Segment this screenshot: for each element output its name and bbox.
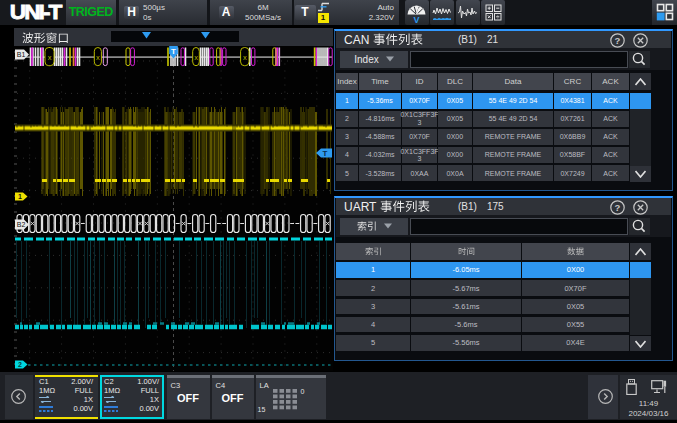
svg-text:T: T (323, 149, 328, 158)
svg-text:T: T (171, 47, 176, 56)
svg-text:1: 1 (18, 193, 22, 200)
svg-text:B1: B1 (17, 51, 26, 58)
svg-text:x: x (243, 53, 247, 62)
svg-text:2: 2 (18, 361, 22, 368)
svg-text:x: x (48, 53, 52, 62)
svg-text:x: x (96, 53, 100, 62)
svg-text:B2: B2 (17, 221, 26, 228)
svg-text:x: x (194, 53, 198, 62)
svg-text:V: V (413, 14, 419, 23)
svg-text:?: ? (615, 35, 621, 46)
svg-text:?: ? (615, 202, 621, 213)
